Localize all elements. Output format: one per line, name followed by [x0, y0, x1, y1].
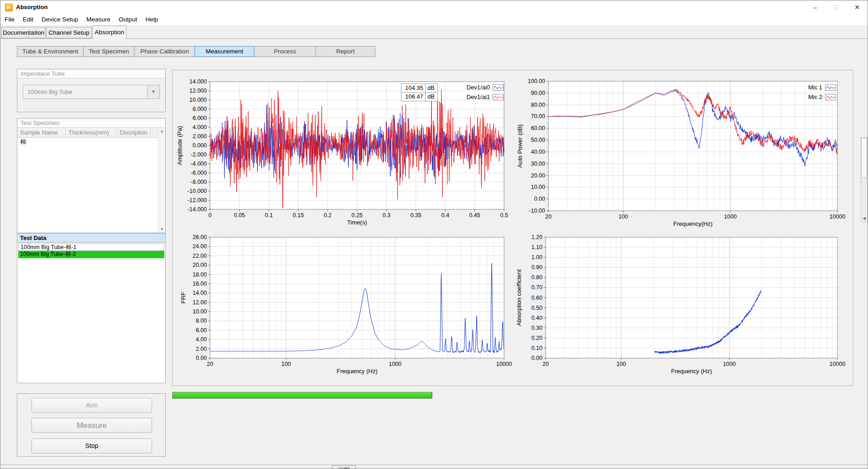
- svg-text:-8.000: -8.000: [191, 179, 207, 185]
- svg-text:0.2: 0.2: [324, 212, 331, 219]
- chevron-down-icon[interactable]: ▼: [147, 85, 159, 99]
- svg-text:0.05: 0.05: [234, 212, 245, 219]
- measurement-progress-fill: [173, 392, 432, 398]
- svg-text:0.1: 0.1: [265, 212, 273, 219]
- test-specimen-table-body: 棉: [17, 138, 158, 233]
- svg-text:1.20: 1.20: [531, 234, 542, 240]
- svg-text:0.10: 0.10: [531, 345, 542, 351]
- svg-text:0.5: 0.5: [500, 212, 508, 219]
- subtab-phase-calibration[interactable]: Phase Calibration: [134, 46, 195, 57]
- svg-text:6.00: 6.00: [196, 327, 207, 334]
- svg-text:0.60: 0.60: [531, 295, 542, 301]
- svg-text:0.3: 0.3: [383, 212, 390, 219]
- svg-text:22.00: 22.00: [193, 253, 207, 259]
- svg-text:0.00: 0.00: [534, 196, 545, 202]
- test-specimen-panel: Test Specimen Sample Name Thickness(mm) …: [17, 118, 166, 233]
- tab-channel-setup[interactable]: Channel Setup: [46, 27, 92, 38]
- svg-text:40.00: 40.00: [531, 149, 545, 155]
- svg-text:1000: 1000: [724, 214, 737, 220]
- legend-item[interactable]: Mic 1: [784, 83, 836, 92]
- svg-text:60.00: 60.00: [531, 125, 545, 131]
- impedance-tube-dropdown[interactable]: 100mm Big Tube ▼: [23, 85, 160, 99]
- test-data-header: Test Data: [17, 233, 166, 243]
- svg-text:0.35: 0.35: [410, 212, 421, 219]
- svg-text:10000: 10000: [830, 214, 846, 220]
- level-value: 106.47: [401, 93, 425, 101]
- svg-text:0.20: 0.20: [531, 335, 542, 341]
- legend-label: Mic 1: [808, 84, 822, 91]
- svg-text:10.000: 10.000: [189, 97, 207, 103]
- svg-text:6.000: 6.000: [193, 115, 207, 121]
- table-scrollbar[interactable]: ▲ ▼: [158, 128, 165, 233]
- svg-text:-6.000: -6.000: [191, 170, 207, 176]
- auto-power-chart-legend: Mic 1 Mic 2: [784, 83, 836, 102]
- scroll-up-icon[interactable]: ▲: [158, 129, 165, 133]
- close-button[interactable]: ✕: [847, 0, 868, 14]
- svg-text:100: 100: [616, 361, 626, 367]
- arm-button[interactable]: Arm: [32, 398, 152, 413]
- menu-item-help[interactable]: Help: [141, 14, 162, 25]
- stop-button[interactable]: Stop: [32, 438, 152, 453]
- svg-text:80.00: 80.00: [531, 102, 545, 108]
- svg-text:0.80: 0.80: [531, 274, 542, 281]
- tab-absorption[interactable]: Absorption: [92, 26, 126, 39]
- menu-item-file[interactable]: File: [0, 14, 19, 25]
- right-scrollbar[interactable]: ◀: [861, 137, 868, 222]
- svg-text:2.000: 2.000: [193, 133, 207, 140]
- time-chart-legend: Dev1/ai0 Dev1/ai1: [452, 83, 504, 102]
- legend-label: Dev1/ai1: [467, 94, 490, 100]
- svg-text:0.25: 0.25: [352, 212, 363, 219]
- svg-text:0.00: 0.00: [531, 355, 542, 361]
- measure-button[interactable]: Measure: [32, 418, 152, 433]
- right-scrollbar-thumb[interactable]: [861, 138, 867, 178]
- scroll-left-icon[interactable]: ◀: [861, 215, 867, 222]
- svg-text:10.00: 10.00: [531, 184, 545, 190]
- svg-text:2.00: 2.00: [196, 346, 207, 352]
- svg-text:Auto Power (dB): Auto Power (dB): [516, 124, 523, 167]
- table-row[interactable]: 棉: [17, 138, 158, 146]
- bottom-tab-drawing[interactable]: 画图: [332, 465, 356, 469]
- scroll-down-icon[interactable]: ▼: [158, 227, 165, 231]
- subtab-measurement[interactable]: Measurement: [195, 46, 254, 57]
- legend-item[interactable]: Dev1/ai0: [452, 83, 504, 92]
- menu-item-edit[interactable]: Edit: [19, 14, 37, 25]
- title-bar: ▶ Absorption – □ ✕: [0, 0, 868, 14]
- level-readout-ai1: 106.47 dB: [401, 92, 438, 101]
- column-header-discription: Discription: [117, 128, 151, 137]
- svg-text:Amplitude (Pa): Amplitude (Pa): [176, 126, 183, 165]
- menu-item-output[interactable]: Output: [115, 14, 142, 25]
- minimize-button[interactable]: –: [805, 0, 826, 14]
- subtab-process[interactable]: Process: [254, 46, 316, 57]
- svg-text:0.15: 0.15: [293, 212, 304, 219]
- svg-text:1000: 1000: [389, 361, 401, 367]
- subtab-tube-environment[interactable]: Tube & Environment: [17, 46, 84, 57]
- level-unit: dB: [425, 84, 437, 92]
- svg-text:0.00: 0.00: [196, 355, 207, 361]
- impedance-tube-title: Impendace Tube: [17, 69, 165, 78]
- menu-item-measure[interactable]: Measure: [82, 14, 115, 25]
- legend-item[interactable]: Dev1/ai1: [452, 92, 504, 102]
- svg-text:-12.000: -12.000: [188, 197, 207, 203]
- level-value: 104.35: [401, 84, 425, 92]
- subtab-report[interactable]: Report: [316, 46, 375, 57]
- measurement-progress-bar: [172, 392, 432, 399]
- menu-item-device-setup[interactable]: Device Setup: [37, 14, 82, 25]
- tab-documentation[interactable]: Documentation: [1, 27, 46, 38]
- svg-text:8.00: 8.00: [196, 318, 207, 324]
- svg-text:-14.000: -14.000: [188, 206, 207, 213]
- legend-item[interactable]: Mic 2: [784, 92, 836, 102]
- svg-text:20.00: 20.00: [531, 172, 545, 179]
- subtab-test-specimen[interactable]: Test Specimen: [83, 46, 135, 57]
- test-data-item[interactable]: 100mm Big Tube-棉-1: [18, 244, 164, 251]
- measurement-controls-panel: Arm Measure Stop: [17, 393, 166, 457]
- test-specimen-title: Test Specimen: [17, 119, 165, 128]
- svg-text:-2.000: -2.000: [191, 151, 207, 158]
- svg-text:Frequency (Hz): Frequency (Hz): [337, 368, 378, 375]
- test-data-item-selected[interactable]: 100mm Big Tube-棉-2: [18, 251, 164, 258]
- svg-text:12.00: 12.00: [193, 299, 207, 306]
- svg-text:10.00: 10.00: [193, 308, 207, 315]
- svg-text:-10.00: -10.00: [529, 208, 545, 214]
- svg-text:0.30: 0.30: [531, 325, 542, 331]
- svg-text:-10.000: -10.000: [188, 188, 207, 194]
- svg-text:Time(s): Time(s): [347, 219, 367, 226]
